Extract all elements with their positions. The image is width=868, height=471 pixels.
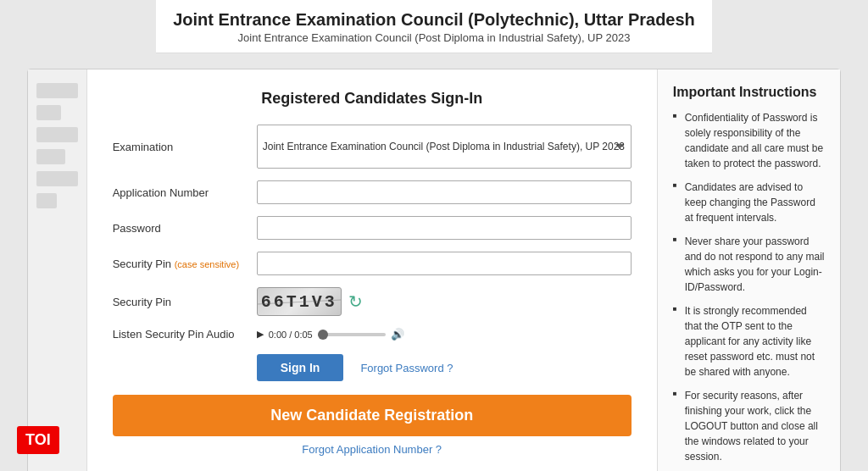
audio-time: 0:00 / 0:05 xyxy=(269,330,313,340)
application-number-input[interactable] xyxy=(257,180,632,204)
instruction-item-3: Never share your password and do not res… xyxy=(673,234,825,295)
header: Joint Entrance Examination Council (Poly… xyxy=(156,0,712,53)
audio-row: Listen Security Pin Audio ▶ 0:00 / 0:05 … xyxy=(113,328,632,341)
sidebar-block-4 xyxy=(36,149,65,164)
instructions-title: Important Instructions xyxy=(673,85,825,100)
audio-play-button[interactable]: ▶ xyxy=(257,329,264,340)
examination-select[interactable]: Joint Entrance Examination Council (Post… xyxy=(257,125,632,169)
password-input[interactable] xyxy=(257,216,632,240)
refresh-captcha-icon[interactable]: ↻ xyxy=(348,291,369,312)
toi-badge: TOI xyxy=(17,426,59,454)
forgot-password-link[interactable]: Forgot Password ? xyxy=(360,362,453,374)
password-label: Password xyxy=(113,222,257,235)
main-content: Registered Candidates Sign-In Examinatio… xyxy=(27,69,841,471)
instruction-item-1: Confidentiality of Password is solely re… xyxy=(673,110,825,171)
signin-buttons-row: Sign In Forgot Password ? xyxy=(257,354,632,381)
application-number-label: Application Number xyxy=(113,186,257,199)
examination-row: Examination Joint Entrance Examination C… xyxy=(113,125,632,169)
security-pin-display: 66T1V3 ↻ xyxy=(257,287,369,316)
captcha-image: 66T1V3 xyxy=(257,287,342,316)
sidebar-block-3 xyxy=(36,127,78,142)
signin-title: Registered Candidates Sign-In xyxy=(113,90,632,108)
page-title: Joint Entrance Examination Council (Poly… xyxy=(173,10,695,30)
sidebar-block-6 xyxy=(36,193,57,208)
left-sidebar xyxy=(28,69,87,471)
listen-label: Listen Security Pin Audio xyxy=(113,328,257,341)
security-pin-input-row: Security Pin (case sensitive) xyxy=(113,252,632,275)
examination-select-wrapper[interactable]: Joint Entrance Examination Council (Post… xyxy=(257,125,632,169)
signin-panel: Registered Candidates Sign-In Examinatio… xyxy=(87,69,658,471)
audio-player: ▶ 0:00 / 0:05 🔊 xyxy=(257,328,404,341)
sidebar-block-1 xyxy=(36,83,78,98)
instruction-item-2: Candidates are advised to keep changing … xyxy=(673,180,825,225)
application-number-row: Application Number xyxy=(113,180,632,204)
instructions-list: Confidentiality of Password is solely re… xyxy=(673,110,825,464)
security-pin-case-note: (case sensitive) xyxy=(175,259,239,269)
security-pin-input-label: Security Pin (case sensitive) xyxy=(113,258,257,270)
security-pin-input[interactable] xyxy=(257,252,632,275)
new-registration-button[interactable]: New Candidate Registration xyxy=(113,395,632,436)
instruction-item-4: It is strongly recommended that the OTP … xyxy=(673,303,825,380)
forgot-application-link[interactable]: Forgot Application Number ? xyxy=(113,443,632,456)
sidebar-block-2 xyxy=(36,105,61,120)
audio-volume-icon[interactable]: 🔊 xyxy=(391,328,404,341)
sign-in-button[interactable]: Sign In xyxy=(257,354,344,381)
sidebar-block-5 xyxy=(36,171,78,186)
security-pin-display-row: Security Pin 66T1V3 ↻ xyxy=(113,287,632,316)
page-subtitle: Joint Entrance Examination Council (Post… xyxy=(173,31,695,44)
instructions-panel: Important Instructions Confidentiality o… xyxy=(658,69,840,471)
password-row: Password xyxy=(113,216,632,240)
audio-slider-thumb xyxy=(318,330,328,340)
examination-label: Examination xyxy=(113,141,257,153)
audio-slider[interactable] xyxy=(318,333,386,336)
instruction-item-5: For security reasons, after finishing yo… xyxy=(673,388,825,464)
security-pin-display-label: Security Pin xyxy=(113,296,257,308)
